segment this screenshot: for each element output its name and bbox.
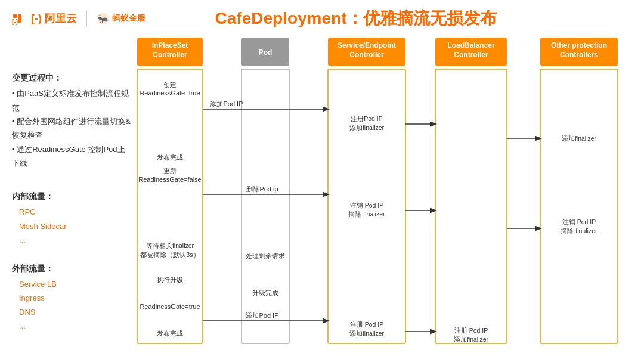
lb-header-line2: Controller [454,51,488,59]
aliyun-text: [-) 阿里云 [31,11,77,26]
update-rg-line2: ReadinessGate=false [138,176,201,183]
publish-done-2: 发布完成 [157,330,183,337]
rg-true-label: ReadinessGate=true [140,303,200,310]
upgrade-done-label: 升级完成 [252,289,278,296]
lb-lane [435,69,507,343]
external-more: ... [19,319,131,333]
inplaceset-lane [137,69,203,343]
internal-traffic-title: 内部流量： [12,189,131,204]
sequence-diagram: InPlaceSet Controller Pod Service/Endpoi… [131,35,632,349]
inplaceset-header-line1: InPlaceSet [152,41,188,49]
register-2-line2: 添加finalizer [349,330,385,337]
wait-finalizer-line1: 等待相关finalizer [146,242,194,249]
aliyun-logo: [-) [-) 阿里云 [12,11,77,26]
service-header-line2: Controller [349,51,384,59]
register-label-line1: 注册Pod IP [351,115,383,122]
step1-line2: ReadinessGate=true [140,89,200,97]
handle-remaining-label: 处理剩余请求 [246,252,285,259]
change-process-list: 由PaaS定义标准发布控制流程规范 配合外围网络组件进行流量切换&恢复检查 通过… [12,86,131,170]
add-pod-ip-label: 添加Pod IP [210,100,243,107]
wait-finalizer-line2: 都被摘除（默认3s） [140,251,199,258]
dns-item: DNS [19,305,131,319]
add-finalizer-other-label: 添加finalizer [562,135,597,142]
deregister-service-line2: 摘除 finalizer [348,210,385,218]
other-lane [540,69,618,343]
add-pod-ip-2-label: 添加Pod IP [246,312,278,319]
svg-rect-1 [18,14,21,23]
svg-text:[-): [-) [12,18,18,25]
header: [-) [-) 阿里云 🐜 蚂蚁金服 CafeDeployment：优雅摘流无损… [0,0,644,35]
inplaceset-header-line2: Controller [153,51,187,59]
deregister-lb-line1: 注销 Pod IP [562,218,596,225]
step1-line1: 创建 [163,81,177,88]
rpc-item: RPC [19,205,131,219]
service-header-line1: Service/Endpoint [338,41,396,49]
delete-pod-ip-label: 删除Pod ip [246,185,278,193]
change-item-1: 由PaaS定义标准发布控制流程规范 [12,86,131,114]
change-item-2: 配合外围网络组件进行流量切换&恢复检查 [12,114,131,143]
service-lb-item: Service LB [19,277,131,291]
main-content: 变更过程中： 由PaaS定义标准发布控制流程规范 配合外围网络组件进行流量切换&… [0,35,644,349]
change-process-title: 变更过程中： [12,70,131,85]
page-title: CafeDeployment：优雅摘流无损发布 [80,7,632,30]
external-traffic-title: 外部流量： [12,261,131,276]
lb-register-2-line2: 添加finalizer [454,336,489,343]
lb-register-2-line1: 注册 Pod IP [454,327,488,334]
aliyun-logo-icon: [-) [12,12,29,25]
ingress-item: Ingress [19,291,131,305]
other-header-line1: Other protection [551,41,607,49]
deregister-lb-line2: 摘除 finalizer [561,227,597,234]
other-header-line2: Controllers [560,51,598,59]
svg-rect-0 [13,14,17,18]
pod-lane [242,69,289,343]
execute-upgrade-label: 执行升级 [157,276,183,283]
publish-done-1: 发布完成 [157,154,183,161]
register-2-line1: 注册 Pod IP [350,321,383,328]
register-label-line2: 添加finalizer [349,124,385,131]
pod-header-text: Pod [259,48,273,57]
deregister-service-line1: 注销 Pod IP [350,202,383,209]
sidebar: 变更过程中： 由PaaS定义标准发布控制流程规范 配合外围网络组件进行流量切换&… [12,35,131,349]
mesh-item: Mesh Sidecar [19,219,131,233]
sequence-svg: InPlaceSet Controller Pod Service/Endpoi… [131,35,626,351]
lb-header-line1: LoadBalancer [447,41,495,49]
update-rg-line1: 更新 [163,167,177,174]
change-item-3: 通过ReadinessGate 控制Pod上下线 [12,143,131,171]
internal-more: ... [19,233,131,247]
